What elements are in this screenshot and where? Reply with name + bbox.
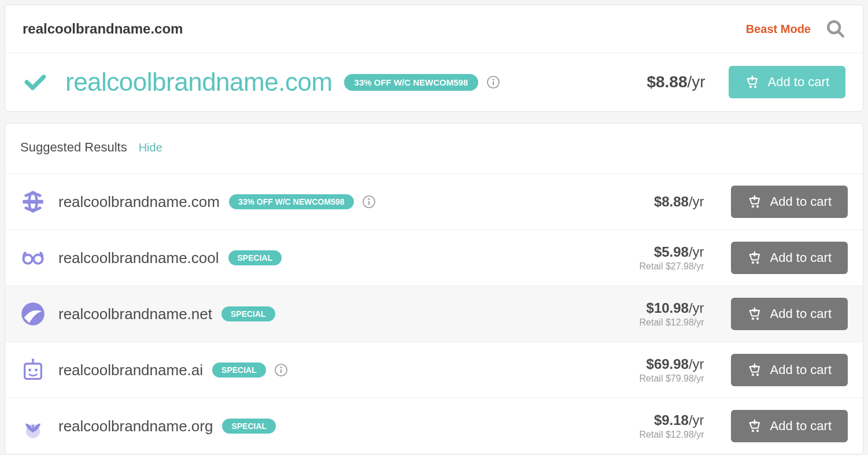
info-icon[interactable] — [274, 363, 288, 377]
suggested-result-row: realcoolbrandname.com33% OFF W/C NEWCOM5… — [5, 173, 863, 230]
result-domain-name: realcoolbrandname.ai — [58, 361, 203, 379]
retail-price: Retail $12.98/yr — [618, 430, 704, 440]
price-block: $9.18/yrRetail $12.98/yr — [618, 412, 704, 440]
cart-icon — [747, 418, 763, 434]
add-to-cart-button[interactable]: Add to cart — [729, 66, 845, 98]
tld-icon — [20, 245, 46, 271]
result-domain-name: realcoolbrandname.cool — [58, 249, 219, 267]
result-price: $8.88/yr — [618, 194, 704, 210]
result-badge: SPECIAL — [221, 306, 275, 321]
search-header: Beast Mode — [5, 5, 863, 53]
featured-domain-name: realcoolbrandname.com — [65, 68, 333, 97]
suggested-result-row: realcoolbrandname.coolSPECIAL$5.98/yrRet… — [5, 230, 863, 286]
suggested-results-title: Suggested Results — [20, 140, 127, 155]
cart-icon — [745, 74, 761, 90]
info-icon[interactable] — [486, 75, 500, 89]
result-price: $5.98/yr — [618, 244, 704, 260]
price-block: $5.98/yrRetail $27.98/yr — [618, 244, 704, 272]
result-price: $10.98/yr — [618, 300, 704, 316]
cart-icon — [747, 194, 763, 210]
suggested-result-row: realcoolbrandname.orgSPECIAL$9.18/yrReta… — [5, 398, 863, 454]
tld-icon — [20, 413, 46, 439]
tld-icon — [20, 301, 46, 327]
result-domain-name: realcoolbrandname.com — [58, 193, 220, 211]
result-price: $69.98/yr — [618, 356, 704, 372]
suggested-result-row: realcoolbrandname.netSPECIAL$10.98/yrRet… — [5, 286, 863, 342]
cart-icon — [747, 250, 763, 266]
result-price: $9.18/yr — [618, 412, 704, 428]
suggested-results-card: Suggested Results Hide realcoolbrandname… — [5, 123, 863, 454]
add-to-cart-button[interactable]: Add to cart — [731, 298, 848, 330]
available-check-icon — [23, 69, 48, 95]
add-to-cart-button[interactable]: Add to cart — [731, 186, 848, 218]
price-block: $8.88/yr — [618, 194, 704, 210]
price-block: $10.98/yrRetail $12.98/yr — [618, 300, 704, 328]
add-to-cart-button[interactable]: Add to cart — [731, 354, 848, 386]
add-to-cart-button[interactable]: Add to cart — [731, 242, 848, 274]
tld-icon — [20, 357, 46, 383]
suggested-result-row: realcoolbrandname.aiSPECIAL$69.98/yrReta… — [5, 342, 863, 398]
beast-mode-link[interactable]: Beast Mode — [746, 23, 811, 36]
retail-price: Retail $12.98/yr — [618, 317, 704, 328]
info-icon[interactable] — [362, 195, 376, 209]
result-domain-name: realcoolbrandname.net — [58, 305, 212, 323]
result-badge: SPECIAL — [228, 250, 282, 265]
cart-icon — [747, 362, 763, 378]
search-icon[interactable] — [826, 19, 845, 39]
tld-icon — [20, 189, 46, 214]
hide-suggested-link[interactable]: Hide — [139, 141, 162, 154]
cart-icon — [747, 306, 763, 322]
retail-price: Retail $27.98/yr — [618, 261, 704, 272]
featured-result-row: realcoolbrandname.com 33% OFF W/C NEWCOM… — [5, 53, 863, 111]
featured-price: $8.88/yr — [647, 73, 705, 91]
add-to-cart-button[interactable]: Add to cart — [731, 410, 848, 442]
suggested-results-header: Suggested Results Hide — [5, 124, 863, 173]
coupon-badge: 33% OFF W/C NEWCOM598 — [344, 74, 479, 91]
result-domain-name: realcoolbrandname.org — [58, 417, 213, 435]
retail-price: Retail $79.98/yr — [618, 373, 704, 384]
result-badge: 33% OFF W/C NEWCOM598 — [229, 194, 354, 209]
result-badge: SPECIAL — [222, 419, 276, 434]
search-card: Beast Mode realcoolbrandname.com 33% OFF… — [5, 5, 863, 112]
domain-search-input[interactable] — [23, 21, 746, 37]
result-badge: SPECIAL — [212, 362, 266, 378]
price-block: $69.98/yrRetail $79.98/yr — [618, 356, 704, 384]
